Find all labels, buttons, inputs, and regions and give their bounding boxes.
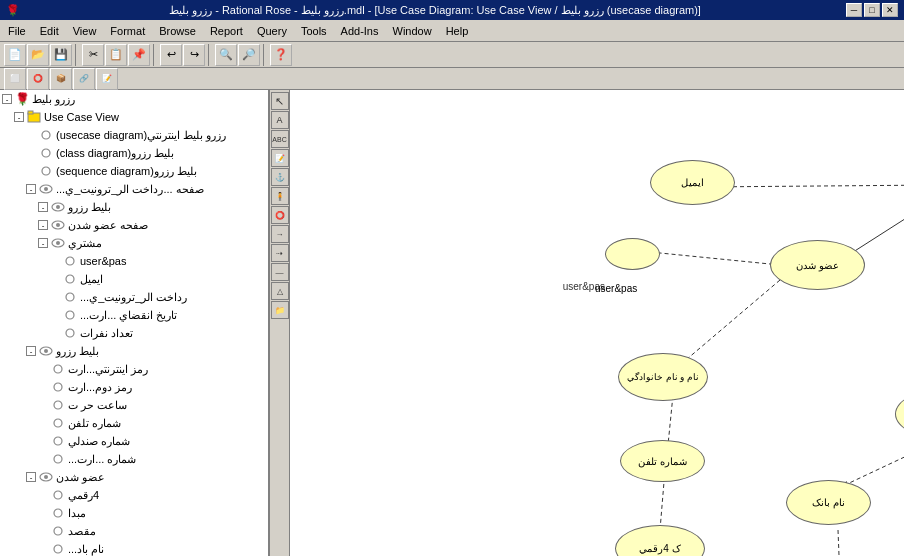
tree-item[interactable]: -بليط رزرو [0,198,268,216]
menu-item-view[interactable]: View [67,21,103,41]
menu-item-browse[interactable]: Browse [153,21,202,41]
usecase-bankname[interactable]: نام بانک [786,480,871,525]
tree-item[interactable]: تعداد نفرات [0,324,268,342]
menu-item-window[interactable]: Window [387,21,438,41]
copy-button[interactable]: 📋 [105,44,127,66]
tree-item[interactable]: تاريخ انقضاي ...ارت... [0,306,268,324]
tree-item[interactable]: رزرو بليط اينترنتي(usecase diagram) [0,126,268,144]
package-tool[interactable]: 📁 [271,301,289,319]
open-button[interactable]: 📂 [27,44,49,66]
tree-label: بليط رزرو(class diagram) [56,147,174,160]
tb2-btn3[interactable]: 📦 [50,68,72,90]
tree-item[interactable]: 4رقمي [0,486,268,504]
association-tool[interactable]: — [271,263,289,281]
tree-icon-folder [50,235,66,251]
usecase-join[interactable]: عضو شدن [770,240,865,290]
usecase-small[interactable] [605,238,660,270]
tb2-btn4[interactable]: 🔗 [73,68,95,90]
usecase-4digit[interactable]: ک 4رقمي [615,525,705,556]
select-tool[interactable]: ↖ [271,92,289,110]
tree-item[interactable]: -Use Case View [0,108,268,126]
tree-item[interactable]: مقصد [0,522,268,540]
menu-item-edit[interactable]: Edit [34,21,65,41]
tree-expand-icon[interactable]: - [2,94,12,104]
tree-item[interactable]: شماره ...ارت... [0,450,268,468]
tree-label: رزرو بليط [32,93,75,106]
dependency-tool[interactable]: ⇢ [271,244,289,262]
usecase-epayment[interactable]: پرداخت الکترونيکي [895,388,904,440]
tree-item[interactable]: -🌹رزرو بليط [0,90,268,108]
minimize-button[interactable]: ─ [846,3,862,17]
generalize-tool[interactable]: △ [271,282,289,300]
tree-item[interactable]: شماره تلفن [0,414,268,432]
menu-item-query[interactable]: Query [251,21,293,41]
tree-label: رداخت الر_ترونيت_ي... [80,291,187,304]
cut-button[interactable]: ✂ [82,44,104,66]
tree-item[interactable]: -بليط رزرو [0,342,268,360]
close-button[interactable]: ✕ [882,3,898,17]
help-button[interactable]: ❓ [270,44,292,66]
anchor-tool[interactable]: ⚓ [271,168,289,186]
tree-expand-icon[interactable]: - [26,184,36,194]
usecase-tool[interactable]: ⭕ [271,206,289,224]
menu-item-tools[interactable]: Tools [295,21,333,41]
tree-icon-item [38,127,54,143]
tree-item[interactable]: رداخت الر_ترونيت_ي... [0,288,268,306]
menu-item-report[interactable]: Report [204,21,249,41]
tree-item[interactable]: -عضو شدن [0,468,268,486]
menu-item-add-ins[interactable]: Add-Ins [335,21,385,41]
abc-tool[interactable]: ABC [271,130,289,148]
tb2-btn5[interactable]: 📝 [96,68,118,90]
menu-item-format[interactable]: Format [104,21,151,41]
paste-button[interactable]: 📌 [128,44,150,66]
tree-expand-icon[interactable]: - [14,112,24,122]
zoom-out-button[interactable]: 🔎 [238,44,260,66]
diagram-canvas[interactable]: user&pas [290,90,904,556]
save-button[interactable]: 💾 [50,44,72,66]
tree-item[interactable]: رمز دوم...ارت [0,378,268,396]
tree-expand-icon[interactable]: - [26,346,36,356]
usecase-email[interactable]: ايميل [650,160,735,205]
tree-icon-folder [38,181,54,197]
label-userpas: user&pas [595,283,637,294]
actor-tool[interactable]: 🧍 [271,187,289,205]
menu-item-file[interactable]: File [2,21,32,41]
note-tool[interactable]: 📝 [271,149,289,167]
tree-item[interactable]: user&pas [0,252,268,270]
usecase-fullname[interactable]: نام و نام خانوادگي [618,353,708,401]
zoom-in-button[interactable]: 🔍 [215,44,237,66]
tree-item[interactable]: نام باد... [0,540,268,556]
tree-panel: -🌹رزرو بليط-Use Case Viewرزرو بليط اينتر… [0,90,270,556]
tree-icon-item [62,325,78,341]
title-text: رزرو بليط - Rational Rose - رزرو بليط.md… [24,4,846,17]
maximize-button[interactable]: □ [864,3,880,17]
tree-item[interactable]: بليط رزرو(sequence diagram) [0,162,268,180]
usecase-phone[interactable]: شماره تلفن [620,440,705,482]
tree-icon-item [50,361,66,377]
tree-item[interactable]: رمز اينترنتي...ارت [0,360,268,378]
unidirectional-tool[interactable]: → [271,225,289,243]
text-tool[interactable]: A [271,111,289,129]
tree-expand-icon[interactable]: - [26,472,36,482]
new-button[interactable]: 📄 [4,44,26,66]
tree-expand-icon[interactable]: - [38,202,48,212]
tree-expand-icon[interactable]: - [38,220,48,230]
svg-point-30 [54,527,62,535]
tree-item[interactable]: -صفحه عضو شدن [0,216,268,234]
tree-item[interactable]: -صفحه ...رداخت الر_ترونيت_ي... [0,180,268,198]
tree-item[interactable]: -مشتري [0,234,268,252]
tree-icon-item [50,397,66,413]
redo-button[interactable]: ↪ [183,44,205,66]
tree-label: صفحه ...رداخت الر_ترونيت_ي... [56,183,204,196]
tree-expand-icon[interactable]: - [38,238,48,248]
tree-item[interactable]: مبدا [0,504,268,522]
tree-item[interactable]: ساعت حر ت [0,396,268,414]
tree-item[interactable]: شماره صندلي [0,432,268,450]
undo-button[interactable]: ↩ [160,44,182,66]
tb2-btn2[interactable]: ⭕ [27,68,49,90]
main-area: -🌹رزرو بليط-Use Case Viewرزرو بليط اينتر… [0,90,904,556]
tree-item[interactable]: بليط رزرو(class diagram) [0,144,268,162]
tree-item[interactable]: ايميل [0,270,268,288]
tb2-btn1[interactable]: ⬜ [4,68,26,90]
menu-item-help[interactable]: Help [440,21,475,41]
